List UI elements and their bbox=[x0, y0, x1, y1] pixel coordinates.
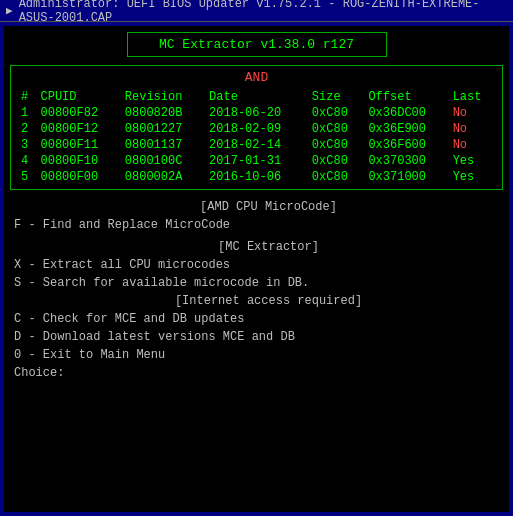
menu-item: C - Check for MCE and DB updates bbox=[14, 310, 503, 328]
table-cell: No bbox=[449, 121, 496, 137]
table-cell: No bbox=[449, 105, 496, 121]
table-cell: 2018-02-14 bbox=[205, 137, 308, 153]
menu-item: 0 - Exit to Main Menu bbox=[14, 346, 503, 364]
menu-item: D - Download latest versions MCE and DB bbox=[14, 328, 503, 346]
menu-item: [Internet access required] bbox=[14, 292, 503, 310]
extractor-title: MC Extractor v1.38.0 r127 bbox=[127, 32, 387, 57]
col-size: Size bbox=[308, 89, 365, 105]
title-text: Administrator: UEFI BIOS Updater v1.75.2… bbox=[19, 0, 507, 25]
table-cell: 2018-02-09 bbox=[205, 121, 308, 137]
choice-label: Choice: bbox=[14, 364, 503, 382]
table-cell: 2 bbox=[17, 121, 37, 137]
menu-area: [AMD CPU MicroCode] F - Find and Replace… bbox=[10, 198, 503, 382]
menu-item: X - Extract all CPU microcodes bbox=[14, 256, 503, 274]
table-cell: 0800002A bbox=[121, 169, 205, 185]
table-row: 200800F12080012272018-02-090xC800x36E900… bbox=[17, 121, 496, 137]
table-cell: 0x371000 bbox=[364, 169, 448, 185]
table-cell: 0xC80 bbox=[308, 137, 365, 153]
amd-section-title: [AMD CPU MicroCode] bbox=[14, 198, 503, 216]
table-cell: 3 bbox=[17, 137, 37, 153]
microcode-table: # CPUID Revision Date Size Offset Last 1… bbox=[17, 89, 496, 185]
window-icon: ▶ bbox=[6, 4, 13, 17]
table-cell: 0xC80 bbox=[308, 121, 365, 137]
table-header-row: # CPUID Revision Date Size Offset Last bbox=[17, 89, 496, 105]
table-cell: 5 bbox=[17, 169, 37, 185]
table-cell: 08001227 bbox=[121, 121, 205, 137]
table-row: 100800F820800820B2018-06-200xC800x36DC00… bbox=[17, 105, 496, 121]
table-cell: 00800F11 bbox=[37, 137, 121, 153]
table-cell: Yes bbox=[449, 169, 496, 185]
table-cell: No bbox=[449, 137, 496, 153]
table-cell: 2017-01-31 bbox=[205, 153, 308, 169]
table-cell: 0xC80 bbox=[308, 153, 365, 169]
table-cell: 0x36F600 bbox=[364, 137, 448, 153]
col-cpuid: CPUID bbox=[37, 89, 121, 105]
col-offset: Offset bbox=[364, 89, 448, 105]
table-cell: 00800F12 bbox=[37, 121, 121, 137]
table-body: 100800F820800820B2018-06-200xC800x36DC00… bbox=[17, 105, 496, 185]
table-cell: 0x36E900 bbox=[364, 121, 448, 137]
table-cell: 0xC80 bbox=[308, 169, 365, 185]
mc-section-title: [MC Extractor] bbox=[14, 238, 503, 256]
table-row: 500800F000800002A2016-10-060xC800x371000… bbox=[17, 169, 496, 185]
amd-header: AND bbox=[17, 70, 496, 85]
table-cell: 0x370300 bbox=[364, 153, 448, 169]
table-cell: 08001137 bbox=[121, 137, 205, 153]
col-num: # bbox=[17, 89, 37, 105]
table-row: 300800F11080011372018-02-140xC800x36F600… bbox=[17, 137, 496, 153]
col-date: Date bbox=[205, 89, 308, 105]
table-cell: 00800F00 bbox=[37, 169, 121, 185]
col-last: Last bbox=[449, 89, 496, 105]
table-row: 400800F100800100C2017-01-310xC800x370300… bbox=[17, 153, 496, 169]
table-container: AND # CPUID Revision Date Size Offset La… bbox=[10, 65, 503, 190]
col-revision: Revision bbox=[121, 89, 205, 105]
table-cell: 1 bbox=[17, 105, 37, 121]
main-area: MC Extractor v1.38.0 r127 AND # CPUID Re… bbox=[4, 26, 509, 512]
table-cell: 2018-06-20 bbox=[205, 105, 308, 121]
table-cell: 00800F10 bbox=[37, 153, 121, 169]
table-cell: 2016-10-06 bbox=[205, 169, 308, 185]
menu-item-find: F - Find and Replace MicroCode bbox=[14, 216, 503, 234]
table-cell: 00800F82 bbox=[37, 105, 121, 121]
table-cell: 0x36DC00 bbox=[364, 105, 448, 121]
menu-items-container: X - Extract all CPU microcodesS - Search… bbox=[14, 256, 503, 364]
table-cell: 0xC80 bbox=[308, 105, 365, 121]
table-cell: 0800820B bbox=[121, 105, 205, 121]
table-cell: 0800100C bbox=[121, 153, 205, 169]
table-cell: Yes bbox=[449, 153, 496, 169]
table-cell: 4 bbox=[17, 153, 37, 169]
title-bar: ▶ Administrator: UEFI BIOS Updater v1.75… bbox=[0, 0, 513, 22]
menu-item: S - Search for available microcode in DB… bbox=[14, 274, 503, 292]
